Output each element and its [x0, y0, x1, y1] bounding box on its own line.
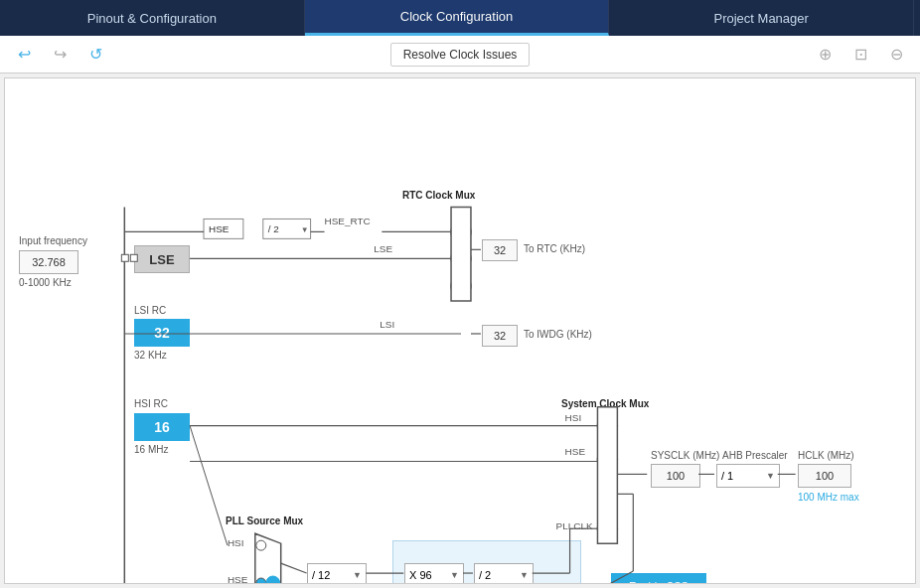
svg-text:LSE: LSE	[374, 243, 392, 254]
zoom-out-icon[interactable]: ⊖	[882, 41, 910, 69]
svg-point-28	[256, 540, 266, 550]
diagram-svg: HSE / 2 ▼ HSE_RTC	[5, 78, 915, 583]
svg-text:HSE: HSE	[209, 223, 230, 234]
top-nav: Pinout & Configuration Clock Configurati…	[0, 0, 920, 36]
clock-diagram-canvas: Input frequency 32.768 0-1000 KHz LSE LS…	[4, 77, 916, 584]
svg-text:HSI: HSI	[565, 412, 582, 423]
redo-button[interactable]: ↪	[46, 41, 74, 69]
svg-marker-18	[597, 407, 617, 543]
toolbar: ↩ ↪ ↺ Resolve Clock Issues ⊕ ⊡ ⊖	[0, 36, 920, 74]
zoom-in-icon[interactable]: ⊕	[811, 41, 839, 69]
undo-button[interactable]: ↩	[10, 41, 38, 69]
refresh-button[interactable]: ↺	[81, 41, 109, 69]
nav-project[interactable]: Project Manager	[609, 0, 914, 36]
svg-text:PLLCLK: PLLCLK	[556, 520, 593, 531]
nav-clock[interactable]: Clock Configuration	[305, 0, 610, 36]
svg-text:/ 2: / 2	[268, 223, 280, 234]
svg-marker-13	[451, 207, 471, 301]
svg-text:LSI: LSI	[380, 319, 394, 330]
svg-line-46	[609, 571, 633, 583]
svg-text:HSI: HSI	[228, 537, 244, 548]
svg-rect-32	[121, 254, 128, 261]
svg-text:▼: ▼	[301, 225, 309, 234]
svg-text:HSE_RTC: HSE_RTC	[325, 216, 371, 226]
svg-text:HSE: HSE	[228, 574, 248, 583]
svg-line-29	[281, 563, 307, 573]
svg-text:HSE: HSE	[565, 446, 586, 457]
zoom-fit-icon[interactable]: ⊡	[846, 41, 874, 69]
svg-rect-33	[130, 254, 137, 261]
svg-line-47	[190, 426, 228, 546]
nav-pinout[interactable]: Pinout & Configuration	[0, 0, 305, 36]
resolve-clock-button[interactable]: Resolve Clock Issues	[390, 43, 531, 67]
